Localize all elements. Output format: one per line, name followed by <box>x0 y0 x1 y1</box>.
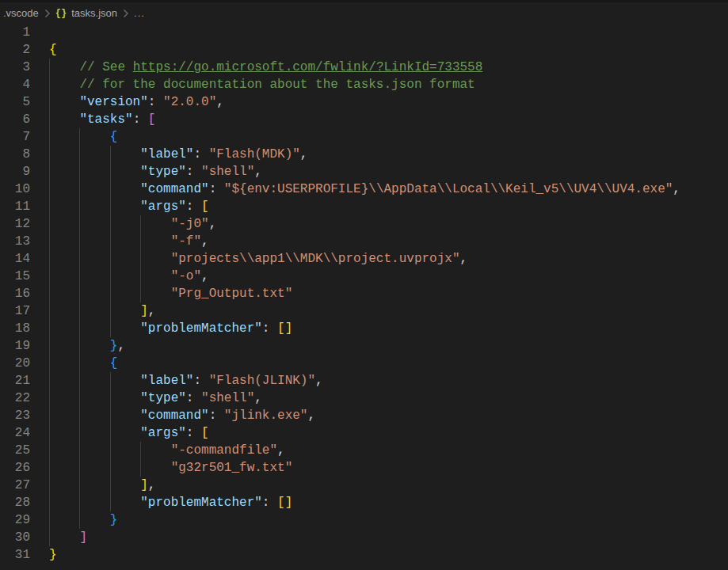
code-text: "problemMatcher": [] <box>49 320 292 337</box>
line-number[interactable]: 2 <box>0 41 30 59</box>
line-number[interactable]: 28 <box>0 494 30 511</box>
code-line[interactable]: 22 "type": "shell", <box>0 390 728 407</box>
code-line[interactable]: 28 "problemMatcher": [] <box>0 494 728 511</box>
code-token: , <box>216 95 224 109</box>
code-line[interactable]: 16 "Prg_Output.txt" <box>0 285 728 302</box>
code-text: "type": "shell", <box>49 390 262 407</box>
code-text: // See https://go.microsoft.com/fwlink/?… <box>49 59 482 76</box>
code-line[interactable]: 24 "args": [ <box>0 424 728 442</box>
code-line[interactable]: 12 "-j0", <box>0 215 728 233</box>
code-token: "version" <box>79 95 147 109</box>
line-number[interactable]: 14 <box>0 250 30 268</box>
code-token: , <box>201 269 209 283</box>
code-line[interactable]: 31} <box>0 546 728 564</box>
code-token: { <box>110 356 118 370</box>
line-number[interactable]: 29 <box>0 511 30 529</box>
line-number[interactable]: 15 <box>0 268 30 285</box>
code-token: ] <box>79 530 87 545</box>
code-line[interactable]: 18 "problemMatcher": [] <box>0 320 728 337</box>
code-token: } <box>49 548 57 562</box>
code-line[interactable]: 4 // for the documentation about the tas… <box>0 76 728 93</box>
code-token: : <box>193 147 208 162</box>
line-number[interactable]: 16 <box>0 285 30 302</box>
code-line[interactable]: 25 "-commandfile", <box>0 442 728 459</box>
code-line[interactable]: 10 "command": "${env:USERPROFILE}\\AppDa… <box>0 180 728 198</box>
line-number[interactable]: 4 <box>0 76 30 93</box>
code-line[interactable]: 1 <box>0 24 728 41</box>
code-line[interactable]: 14 "projects\\app1\\MDK\\project.uvprojx… <box>0 250 728 268</box>
code-line[interactable]: 29 } <box>0 511 728 529</box>
line-number[interactable]: 8 <box>0 146 30 163</box>
code-token: [] <box>277 321 292 336</box>
code-token: "label" <box>140 147 193 162</box>
code-line[interactable]: 6 "tasks": [ <box>0 111 728 128</box>
breadcrumb-file[interactable]: tasks.json <box>71 7 117 19</box>
code-token: "command" <box>140 182 208 196</box>
line-number[interactable]: 3 <box>0 59 30 76</box>
code-line[interactable]: 9 "type": "shell", <box>0 163 728 180</box>
line-number[interactable]: 11 <box>0 198 30 215</box>
line-number[interactable]: 1 <box>0 24 30 41</box>
code-token: // See <box>79 60 132 74</box>
code-line[interactable]: 8 "label": "Flash(MDK)", <box>0 146 728 163</box>
line-number[interactable]: 13 <box>0 233 30 250</box>
code-text: { <box>49 355 117 372</box>
line-number[interactable]: 10 <box>0 180 30 198</box>
line-number[interactable]: 23 <box>0 407 30 424</box>
breadcrumb-symbol-path[interactable]: ... <box>134 7 145 19</box>
line-number[interactable]: 27 <box>0 477 30 494</box>
code-line[interactable]: 2{ <box>0 41 728 59</box>
line-number[interactable]: 7 <box>0 128 30 146</box>
line-number[interactable]: 24 <box>0 424 30 442</box>
code-token: "tasks" <box>79 112 132 127</box>
code-text: "g32r501_fw.txt" <box>49 459 292 477</box>
breadcrumb-folder[interactable]: .vscode <box>3 7 39 19</box>
code-text: "tasks": [ <box>49 111 155 128</box>
line-number[interactable]: 26 <box>0 459 30 477</box>
code-token: , <box>148 304 156 318</box>
code-token: "Prg_Output.txt" <box>171 287 293 301</box>
code-token: "shell" <box>201 165 254 179</box>
line-number[interactable]: 6 <box>0 111 30 128</box>
code-line[interactable]: 19 }, <box>0 337 728 355</box>
line-number[interactable]: 18 <box>0 320 30 337</box>
code-line[interactable]: 26 "g32r501_fw.txt" <box>0 459 728 477</box>
code-text: "-f", <box>49 233 209 250</box>
code-line[interactable]: 11 "args": [ <box>0 198 728 215</box>
code-token: "${env:USERPROFILE}\\AppData\\Local\\Kei… <box>224 182 673 196</box>
code-line[interactable]: 5 "version": "2.0.0", <box>0 93 728 111</box>
code-line[interactable]: 13 "-f", <box>0 233 728 250</box>
code-line[interactable]: 20 { <box>0 355 728 372</box>
line-number[interactable]: 22 <box>0 390 30 407</box>
code-token: [ <box>201 200 209 214</box>
code-token: : <box>262 496 277 510</box>
code-token: : <box>186 426 201 440</box>
code-text: "-commandfile", <box>49 442 285 459</box>
line-number[interactable]: 5 <box>0 93 30 111</box>
code-token: "label" <box>140 374 193 388</box>
code-token: "shell" <box>201 391 254 405</box>
line-number[interactable]: 30 <box>0 529 30 546</box>
line-number[interactable]: 19 <box>0 337 30 355</box>
code-token: "command" <box>140 408 208 423</box>
code-line[interactable]: 15 "-o", <box>0 268 728 285</box>
code-text: { <box>49 128 117 146</box>
code-line[interactable]: 7 { <box>0 128 728 146</box>
line-number[interactable]: 9 <box>0 163 30 180</box>
line-number[interactable]: 21 <box>0 372 30 390</box>
code-line[interactable]: 27 ], <box>0 477 728 494</box>
line-number[interactable]: 20 <box>0 355 30 372</box>
code-line[interactable]: 21 "label": "Flash(JLINK)", <box>0 372 728 390</box>
code-line[interactable]: 23 "command": "jlink.exe", <box>0 407 728 424</box>
code-line[interactable]: 30 ] <box>0 529 728 546</box>
line-number[interactable]: 17 <box>0 302 30 320</box>
editor[interactable]: 12{3 // See https://go.microsoft.com/fwl… <box>0 24 728 564</box>
code-text: "problemMatcher": [] <box>49 494 292 511</box>
code-token: : <box>133 112 148 127</box>
code-text: "command": "${env:USERPROFILE}\\AppData\… <box>49 180 680 198</box>
line-number[interactable]: 31 <box>0 546 30 564</box>
code-line[interactable]: 17 ], <box>0 302 728 320</box>
line-number[interactable]: 12 <box>0 215 30 233</box>
code-line[interactable]: 3 // See https://go.microsoft.com/fwlink… <box>0 59 728 76</box>
line-number[interactable]: 25 <box>0 442 30 459</box>
